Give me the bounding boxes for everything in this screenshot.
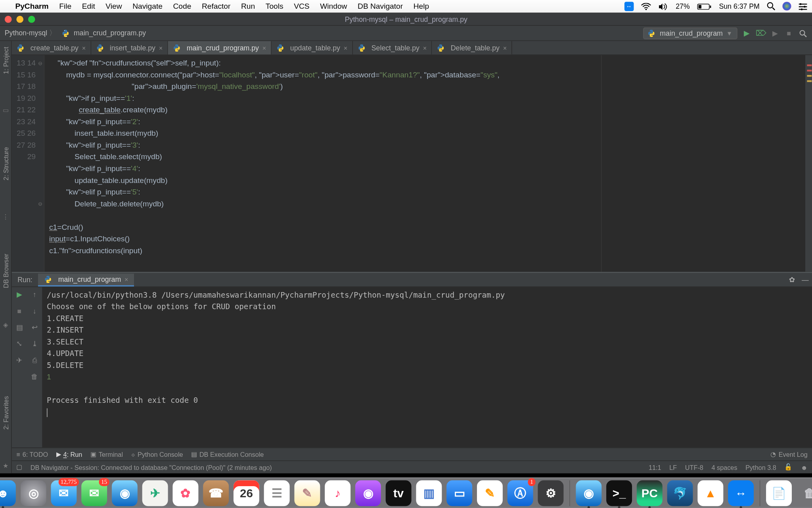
dock-contacts[interactable]: ☎ (203, 480, 229, 506)
run-tab[interactable]: main_crud_program × (38, 273, 134, 286)
menu-edit[interactable]: Edit (82, 2, 95, 10)
dock-trash[interactable]: 🗑 (797, 480, 812, 506)
dock-keynote[interactable]: ▭ (446, 480, 472, 506)
dock-pycharm[interactable]: PC (637, 480, 663, 506)
dock-safari2[interactable]: ◉ (576, 480, 601, 506)
editor-tab[interactable]: update_table.py× (272, 41, 353, 54)
run-hide-icon[interactable]: — (798, 275, 812, 284)
down-stack-button[interactable]: ↓ (29, 306, 40, 316)
close-icon[interactable]: × (262, 44, 266, 51)
editor-tab[interactable]: Delete_table.py× (432, 41, 512, 54)
project-icon[interactable]: ▭ (3, 107, 9, 114)
structure-icon[interactable]: ⋮ (2, 214, 9, 221)
control-center-icon[interactable] (798, 2, 808, 10)
debug-button[interactable]: ⌦ (756, 29, 766, 38)
dock-terminal[interactable]: >_ (606, 480, 632, 506)
tool-window-tab[interactable]: ▶4: Run (56, 450, 82, 458)
search-everywhere-button[interactable] (798, 29, 808, 38)
menu-vcs[interactable]: VCS (294, 2, 309, 10)
run-settings-icon[interactable]: ✿ (785, 275, 798, 284)
dock-tv[interactable]: tv (386, 480, 412, 506)
favorites-icon[interactable]: ★ (3, 462, 9, 470)
close-icon[interactable]: × (503, 44, 507, 51)
tool-dbbrowser[interactable]: DB Browser (1, 250, 10, 292)
dbbrowser-icon[interactable]: ◈ (3, 321, 8, 329)
gutter[interactable]: 13 14 15 16 17 18 19 20 21 22 23 24 25 2… (12, 55, 45, 272)
dock-notes[interactable]: ✎ (294, 480, 320, 506)
stop-button[interactable]: ■ (784, 29, 794, 38)
restore-layout-button[interactable]: ⤡ (14, 339, 25, 349)
line-separator[interactable]: LF (669, 464, 677, 471)
menu-view[interactable]: View (105, 2, 122, 10)
console-output[interactable]: /usr/local/bin/python3.8 /Users/umamahes… (42, 287, 812, 447)
run-coverage-button[interactable]: ▶ (770, 29, 779, 38)
code-content[interactable]: "kw">def "fn">crudfunctions("self">self,… (44, 55, 812, 272)
dock-reminders[interactable]: ☰ (264, 480, 290, 506)
dock-pages[interactable]: ✎ (477, 480, 503, 506)
tool-window-tab[interactable]: ≡6: TODO (16, 451, 48, 458)
dock-teamviewer[interactable]: ↔ (728, 480, 754, 506)
menu-help[interactable]: Help (414, 2, 429, 10)
volume-icon[interactable] (658, 2, 669, 10)
dock-podcasts[interactable]: ◉ (355, 480, 381, 506)
code-editor[interactable]: 13 14 15 16 17 18 19 20 21 22 23 24 25 2… (12, 55, 812, 272)
close-icon[interactable]: × (82, 44, 86, 51)
stop-run-button[interactable]: ■ (14, 306, 25, 316)
dock-photos[interactable]: ✿ (172, 480, 198, 506)
print-button[interactable]: ⎙ (29, 355, 40, 366)
teamviewer-icon[interactable]: ↔ (624, 2, 634, 11)
editor-tab[interactable]: main_crud_program.py× (168, 41, 272, 54)
menu-navigate[interactable]: Navigate (132, 2, 163, 10)
dock-numbers[interactable]: ▥ (416, 480, 442, 506)
rerun-button[interactable]: ▶ (14, 289, 25, 300)
run-button[interactable]: ▶ (742, 29, 752, 38)
dock-maps[interactable]: ✈ (142, 480, 168, 506)
soft-wrap-button[interactable]: ↩ (29, 322, 40, 333)
dock-mail[interactable]: ✉12,775 (51, 480, 77, 506)
close-icon[interactable]: × (124, 275, 128, 283)
clear-button[interactable]: 🗑 (29, 371, 40, 382)
menu-refactor[interactable]: Refactor (202, 2, 231, 10)
spotlight-icon[interactable] (767, 2, 776, 11)
editor-tab[interactable]: insert_table.py× (91, 41, 168, 54)
dock-messages[interactable]: ✉15 (81, 480, 107, 506)
event-log-tab[interactable]: ◔Event Log (770, 450, 808, 458)
menu-run[interactable]: Run (241, 2, 255, 10)
indent-setting[interactable]: 4 spaces (712, 464, 737, 471)
editor-tab[interactable]: Select_table.py× (353, 41, 432, 54)
tool-window-tab[interactable]: ▣Terminal (90, 450, 123, 458)
layout-button[interactable]: ▤ (14, 322, 25, 333)
battery-icon[interactable] (697, 2, 712, 10)
dock-finder[interactable]: ☻ (0, 480, 16, 506)
app-name[interactable]: PyCharm (15, 2, 48, 10)
clock[interactable]: Sun 6:37 PM (719, 2, 759, 10)
breadcrumb-project[interactable]: Python-mysql (5, 28, 58, 38)
tool-window-tab[interactable]: ⟐Python Console (131, 451, 183, 458)
dock-vlc[interactable]: ▲ (697, 480, 723, 506)
scroll-end-button[interactable]: ⤓ (29, 339, 40, 349)
zoom-window-button[interactable] (28, 16, 35, 23)
dock-safari[interactable]: ◉ (112, 480, 138, 506)
file-encoding[interactable]: UTF-8 (685, 464, 703, 471)
python-sdk[interactable]: Python 3.8 (745, 464, 776, 471)
dock-music[interactable]: ♪ (325, 480, 350, 506)
menu-dbnav[interactable]: DB Navigator (358, 2, 403, 10)
minimize-window-button[interactable] (16, 16, 23, 23)
close-window-button[interactable] (5, 16, 12, 23)
siri-icon[interactable] (782, 2, 791, 10)
editor-scrollbar[interactable] (805, 55, 812, 272)
menu-tools[interactable]: Tools (266, 2, 283, 10)
menu-file[interactable]: File (59, 2, 71, 10)
tool-favorites[interactable]: 2: Favorites (1, 392, 10, 433)
close-icon[interactable]: × (423, 44, 427, 51)
lock-icon[interactable]: 🔓 (784, 464, 793, 471)
inspector-icon[interactable]: ☻ (801, 464, 808, 471)
dock-settings[interactable]: ⚙ (538, 480, 563, 506)
breadcrumb-file[interactable]: main_crud_program.py (61, 29, 146, 37)
wifi-icon[interactable] (641, 2, 651, 10)
tool-windows-icon[interactable]: ▢ (16, 464, 22, 471)
tool-project[interactable]: 1: Project (1, 43, 10, 77)
dock-mysql[interactable]: 🐬 (667, 480, 693, 506)
dock-calendar[interactable]: 26 (234, 480, 259, 506)
tool-structure[interactable]: 2: Structure (1, 144, 10, 184)
